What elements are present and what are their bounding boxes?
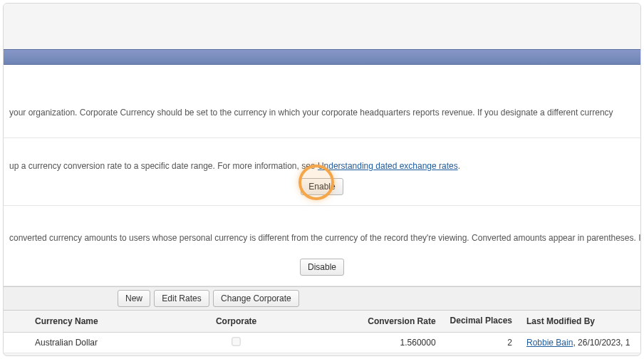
col-decimal-places-header[interactable]: Decimal Places (443, 311, 519, 333)
dated-text-suffix: . (458, 161, 460, 171)
dated-rates-text: up a currency conversion rate to a speci… (4, 161, 640, 171)
table-header-row: Currency Name Corporate Conversion Rate … (4, 311, 640, 333)
col-currency-name-header[interactable]: Currency Name (28, 311, 172, 333)
enable-button[interactable]: Enable (301, 178, 343, 195)
dated-text-prefix: up a currency conversion rate to a speci… (9, 161, 318, 171)
corporate-checkbox (232, 337, 240, 345)
col-conversion-rate-header[interactable]: Conversion Rate (301, 311, 443, 333)
corporate-cell (172, 333, 301, 353)
currency-toolbar: New Edit Rates Change Corporate (4, 286, 640, 311)
content-area: your organization. Corporate Currency sh… (4, 65, 640, 353)
enable-button-row: Enable (4, 171, 640, 205)
currencies-table: Currency Name Corporate Conversion Rate … (4, 311, 640, 353)
last-modified-cell: Robbie Bain, 26/10/2023, 1 (519, 333, 640, 353)
understanding-dated-rates-link[interactable]: Understanding dated exchange rates (318, 161, 458, 171)
last-modified-date: , 26/10/2023, 1 (573, 338, 630, 348)
page-card: your organization. Corporate Currency sh… (3, 3, 641, 356)
disable-button[interactable]: Disable (300, 259, 344, 276)
col-last-modified-header[interactable]: Last Modified By (519, 311, 640, 333)
change-corporate-button[interactable]: Change Corporate (213, 290, 299, 307)
edit-rates-button[interactable]: Edit Rates (154, 290, 209, 307)
currency-name-cell: Australian Dollar (28, 333, 172, 353)
decimal-places-cell: 2 (443, 333, 519, 353)
table-row: Australian Dollar1.5600002Robbie Bain, 2… (4, 333, 640, 353)
last-modified-user-link[interactable]: Robbie Bain (526, 338, 573, 348)
col-corporate-header[interactable]: Corporate (172, 311, 301, 333)
intro-text: your organization. Corporate Currency sh… (4, 108, 640, 118)
row-action-cell (4, 333, 28, 353)
disable-button-row: Disable (4, 243, 640, 286)
new-button[interactable]: New (118, 290, 150, 307)
decimal-places-label: Decimal Places (450, 316, 512, 326)
header-grey-area (4, 4, 640, 49)
banner-stripe (4, 49, 640, 65)
parenthetical-conversion-text: converted currency amounts to users whos… (4, 233, 640, 243)
col-action-header (4, 311, 28, 333)
conversion-rate-cell: 1.560000 (301, 333, 443, 353)
